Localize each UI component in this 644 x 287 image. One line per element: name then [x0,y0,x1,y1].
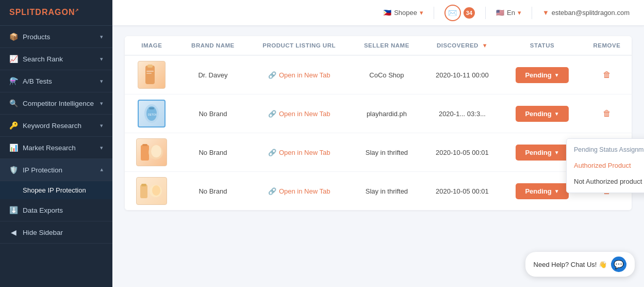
svg-rect-2 [146,71,154,72]
dropdown-arrow-icon: ▼ [554,188,559,194]
cell-remove[interactable]: 🗑 [582,94,632,133]
product-thumbnail [138,61,166,89]
svg-point-15 [152,185,160,196]
chat-label: Need Help? Chat Us! 👋 [534,261,607,268]
cell-product-url[interactable]: 🔗 Open in New Tab [247,94,351,133]
notification-button[interactable]: ✉️ 34 [440,3,479,23]
language-label: En [507,9,515,17]
external-link-icon: 🔗 [268,71,276,79]
cell-brand-name: No Brand [179,133,247,172]
sidebar-item-competitor-intelligence[interactable]: 🔍 Competitor Intelligence ▾ [0,92,112,115]
cell-product-url[interactable]: 🔗 Open in New Tab [247,56,351,94]
cell-product-url[interactable]: 🔗 Open in New Tab [247,172,351,210]
dropdown-arrow-icon: ▼ [554,72,559,78]
authorized-product-option[interactable]: Authorized Product [567,157,644,173]
cell-product-url[interactable]: 🔗 Open in New Tab [247,133,351,172]
chat-icon: 💬 [611,257,626,272]
open-in-new-tab-link[interactable]: 🔗 Open in New Tab [254,187,344,195]
delete-button[interactable]: 🗑 [599,68,615,82]
keyword-icon: 🔑 [9,121,18,130]
sidebar-item-label: Competitor Intelligence [23,100,94,107]
table-row: Dr. Davey 🔗 Open in New Tab CoCo Shop 20… [125,56,632,94]
products-icon: 📦 [9,33,18,41]
cell-seller-name: Slay in thrifted [351,172,422,210]
competitor-icon: 🔍 [9,99,18,107]
divider [532,7,532,19]
sidebar-item-keyword-research[interactable]: 🔑 Keyword Research ▾ [0,115,112,137]
shopee-label: Shopee [394,9,417,17]
cell-remove[interactable]: 🗑 [582,56,632,94]
divider [485,7,486,19]
table-header-row: IMAGE BRAND NAME PRODUCT LISTING URL SEL… [125,36,632,56]
svg-rect-0 [145,66,155,84]
open-in-new-tab-link[interactable]: 🔗 Open in New Tab [254,71,344,79]
cell-status[interactable]: Pending ▼ [502,56,582,94]
language-selector[interactable]: 🇺🇸 En ▾ [492,7,525,19]
svg-rect-3 [146,73,152,74]
chevron-down-icon: ▾ [100,122,103,129]
col-status: STATUS [502,36,582,56]
col-remove: REMOVE [582,36,632,56]
user-email: esteban@splitdragon.com [552,9,630,17]
user-icon: ▼ [542,9,549,17]
cell-seller-name: Slay in thrifted [351,133,422,172]
sidebar-item-ip-protection[interactable]: 🛡️ IP Protection ▾ [0,159,112,181]
col-image: IMAGE [125,36,179,56]
sidebar-item-hide-sidebar[interactable]: ◀ Hide Sidebar [0,221,112,244]
svg-rect-6 [149,107,154,109]
cell-brand-name: Dr. Davey [179,56,247,94]
cell-discovered: 2020-1... 03:3... [422,94,502,133]
col-discovered[interactable]: DISCOVERED ▼ [422,36,502,56]
pending-status-button[interactable]: Pending ▼ [516,145,568,161]
sidebar-item-label: IP Protection [23,166,62,174]
logo-split: SPLIT [9,8,35,17]
ip-protection-icon: 🛡️ [9,166,18,174]
svg-point-11 [151,145,161,157]
shopee-flag-icon: 🇵🇭 [383,9,391,17]
shopee-selector[interactable]: 🇵🇭 Shopee ▾ [379,7,427,19]
col-brand-name: BRAND NAME [179,36,247,56]
logo-text: SPLITDRAGON↗ [9,8,79,17]
sidebar-subitem-shopee-ip-protection[interactable]: Shopee IP Protection [0,181,112,199]
table-row: No Brand 🔗 Open in New Tab Slay in thrif… [125,133,632,172]
content-area: IMAGE BRAND NAME PRODUCT LISTING URL SEL… [112,26,644,287]
sidebar-item-data-exports[interactable]: ⬇️ Data Exports [0,199,112,221]
cell-status[interactable]: Pending ▼ [502,94,582,133]
not-authorized-product-option[interactable]: Not Authorized product [567,173,644,189]
open-in-new-tab-link[interactable]: 🔗 Open in New Tab [254,110,344,118]
status-dropdown-popup: Pending Status Assignment Authorized Pro… [566,138,644,193]
pending-status-button[interactable]: Pending ▼ [516,106,568,122]
svg-rect-9 [142,144,147,146]
chevron-down-icon: ▾ [100,78,103,85]
topbar: 🇵🇭 Shopee ▾ ✉️ 34 🇺🇸 En ▾ ▼ esteban@spli… [112,0,644,26]
pending-status-button[interactable]: Pending ▼ [516,67,568,83]
divider [434,7,434,19]
dropdown-header: Pending Status Assignment [567,142,644,157]
sidebar-item-market-research[interactable]: 📊 Market Research ▾ [0,137,112,159]
sidebar-item-products[interactable]: 📦 Products ▾ [0,26,112,48]
subitem-label: Shopee IP Protection [23,186,86,194]
delete-button[interactable]: 🗑 [599,107,615,120]
svg-rect-1 [147,65,153,68]
sidebar-item-ab-tests[interactable]: ⚗️ A/B Tests ▾ [0,70,112,92]
cell-discovered: 2020-10-05 00:01 [422,172,502,210]
cell-brand-name: No Brand [179,94,247,133]
sidebar-item-label: Hide Sidebar [23,229,63,236]
svg-rect-12 [140,185,147,198]
sidebar-item-label: Products [23,33,50,41]
chevron-up-icon: ▾ [100,167,103,173]
hide-sidebar-icon: ◀ [9,228,18,236]
chat-popup[interactable]: Need Help? Chat Us! 👋 💬 [525,252,635,277]
pending-status-button[interactable]: Pending ▼ [516,183,568,199]
open-in-new-tab-link[interactable]: 🔗 Open in New Tab [254,149,344,156]
product-thumbnail [136,138,167,166]
product-thumbnail [136,177,167,205]
logo-dragon: DRAGON [35,8,75,17]
sort-arrow-icon: ▼ [482,42,488,49]
table-row: DETOX No Brand 🔗 Open in New Tab playhar… [125,94,632,133]
chevron-down-icon: ▾ [100,56,103,62]
sidebar-item-search-rank[interactable]: 📈 Search Rank ▾ [0,48,112,70]
chevron-down-icon: ▾ [420,9,423,17]
user-menu[interactable]: ▼ esteban@splitdragon.com [538,7,634,19]
email-icon: ✉️ [444,5,461,21]
